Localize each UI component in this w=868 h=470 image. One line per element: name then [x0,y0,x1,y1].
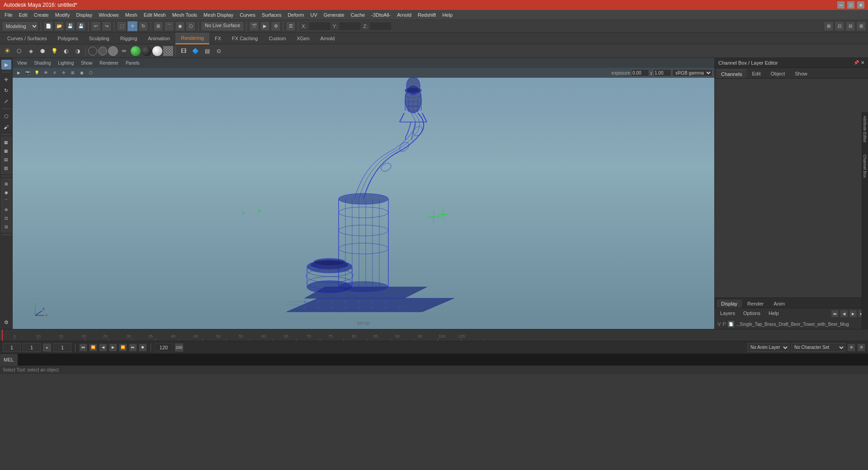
save-btn[interactable]: 💾 [65,21,75,31]
ipr-btn[interactable]: ▶ [260,21,270,31]
tab-sculpting[interactable]: Sculpting [84,33,115,44]
tab-fx[interactable]: FX [209,33,226,44]
menu-mesh[interactable]: Mesh [123,11,140,19]
rotate-tool[interactable]: ↻ [138,21,148,31]
soft-select-lt[interactable]: ⬡ [1,111,11,121]
snap-point[interactable]: ◉ [175,21,185,31]
go-end-btn[interactable]: ⏭ [129,343,137,352]
no-live-surface-btn[interactable]: No Live Surface [201,21,244,31]
color-green[interactable] [131,46,141,56]
rb-tab-anim[interactable]: Anim [769,300,789,308]
vp-isolate-btn[interactable]: ⬡ [87,69,95,77]
record-btn[interactable]: ⏺ [139,343,147,352]
vp-camera-btn[interactable]: 📷 [24,69,32,77]
vp-menu-renderer[interactable]: Renderer [98,60,120,66]
menu-surfaces[interactable]: Surfaces [259,11,284,19]
tab-arnold[interactable]: Arnold [315,33,340,44]
tab-rigging[interactable]: Rigging [115,33,142,44]
timeline-ruler[interactable]: 5 10 15 20 25 30 35 40 45 50 55 60 65 [0,329,868,341]
redo-btn[interactable]: ↪ [102,21,112,31]
rp-tab-edit[interactable]: Edit [747,70,765,78]
play-back-btn[interactable]: ◀ [99,343,107,352]
shaded-icon-btn[interactable]: ◈ [25,46,36,56]
display-layer-btn[interactable]: ☰ [286,21,296,31]
go-start-btn[interactable]: ⏮ [79,343,87,352]
layer-prev-btn2[interactable]: ◀ [840,310,848,318]
snap-btn5[interactable]: ⊡ [2,214,10,222]
tab-fx-caching[interactable]: FX Caching [226,33,263,44]
tab-curves-surfaces[interactable]: Curves / Surfaces [2,33,52,44]
vp-light-btn[interactable]: 💡 [33,69,41,77]
rbs-layers[interactable]: Layers [717,310,739,318]
minimize-btn[interactable]: ─ [837,1,844,9]
layer-pickable[interactable]: P [722,321,726,327]
rt-btn3[interactable]: ⊟ [845,21,855,31]
snap-btn2[interactable]: ◉ [2,188,10,197]
gamma-value[interactable] [653,69,671,76]
tab-xgen[interactable]: XGen [291,33,315,44]
lt-misc1[interactable]: ⚙ [1,317,11,327]
anim-extra-btn1[interactable]: ⊕ [847,343,855,352]
color-black[interactable] [142,46,151,56]
vp-menu-lighting[interactable]: Lighting [56,60,75,66]
no-anim-layer-select[interactable]: No Anim Layer [747,343,789,352]
ao-icon-btn[interactable]: ◑ [72,46,83,56]
rp-tab-object[interactable]: Object [766,70,789,78]
menu-display[interactable]: Display [73,11,95,19]
quality-3[interactable] [108,46,118,56]
step-back-btn[interactable]: ⏪ [89,343,97,352]
y-field[interactable] [339,22,361,31]
vp-menu-shading[interactable]: Shading [33,60,53,66]
z-field[interactable] [369,22,392,31]
tab-rendering[interactable]: Rendering [175,33,209,44]
vp-show-btn[interactable]: 👁 [42,69,50,77]
step-fwd-btn[interactable]: ⏩ [119,343,127,352]
anim-extra-btn2[interactable]: ⚙ [857,343,865,352]
move-tool-lt[interactable]: ✛ [1,75,11,85]
rbs-options[interactable]: Options [740,310,764,318]
vp-menu-view[interactable]: View [15,60,29,66]
play-fwd-btn[interactable]: ▶ [109,343,117,352]
wireframe-icon-btn[interactable]: ⬡ [14,46,24,56]
menu-edit[interactable]: Edit [16,11,30,19]
close-btn[interactable]: ✕ [857,1,864,9]
snap-btn4[interactable]: ⊛ [2,206,10,214]
vp-res-btn[interactable]: ◉ [78,69,86,77]
menu-create[interactable]: Create [31,11,52,19]
menu-uv[interactable]: UV [307,11,320,19]
current-frame-field[interactable] [23,343,41,352]
maximize-btn[interactable]: □ [847,1,854,9]
snap-curve[interactable]: ⌒ [164,21,174,31]
layer-next-btn1[interactable]: ▶ [849,310,857,318]
undo-btn[interactable]: ↩ [91,21,101,31]
render-view-icon[interactable]: ▤ [202,46,212,56]
tab-custom[interactable]: Custom [264,33,292,44]
layer-prev-btn1[interactable]: ⏮ [831,310,839,318]
end-indicator-field[interactable] [53,343,71,352]
snap-btn3[interactable]: ⌒ [2,197,10,205]
gamma-select[interactable]: sRGB gamma Linear [672,69,712,76]
snap-surface[interactable]: ⬡ [186,21,196,31]
rt-btn4[interactable]: ⊞ [856,21,866,31]
open-btn[interactable]: 📂 [54,21,64,31]
vp-menu-show[interactable]: Show [79,60,94,66]
tab-polygons[interactable]: Polygons [52,33,83,44]
layer-visibility[interactable]: V [717,321,721,327]
menu-file[interactable]: File [2,11,15,19]
scale-tool-lt[interactable]: ⤢ [1,96,11,106]
snap-grid[interactable]: ⊞ [153,21,163,31]
textured-icon-btn[interactable]: ⬢ [37,46,48,56]
vertical-tab-attr[interactable]: Attribute Editor [862,112,868,146]
vp-snap-btn[interactable]: ⊞ [69,69,77,77]
exposure-value[interactable] [631,69,649,76]
sun-icon-btn[interactable]: ☀ [2,46,13,56]
menu-mesh-tools[interactable]: Mesh Tools [170,11,200,19]
render-btn[interactable]: 🎬 [249,21,259,31]
hypershade-icon[interactable]: 🔷 [190,46,201,56]
rp-tab-show[interactable]: Show [790,70,812,78]
snap-btn1[interactable]: ⊞ [2,180,10,188]
title-bar-controls[interactable]: ─ □ ✕ [837,1,864,9]
quality-2[interactable] [98,47,107,56]
menu-3dtoall[interactable]: -3DtoAll- [368,11,393,19]
vp-manip-btn[interactable]: ✛ [60,69,68,77]
